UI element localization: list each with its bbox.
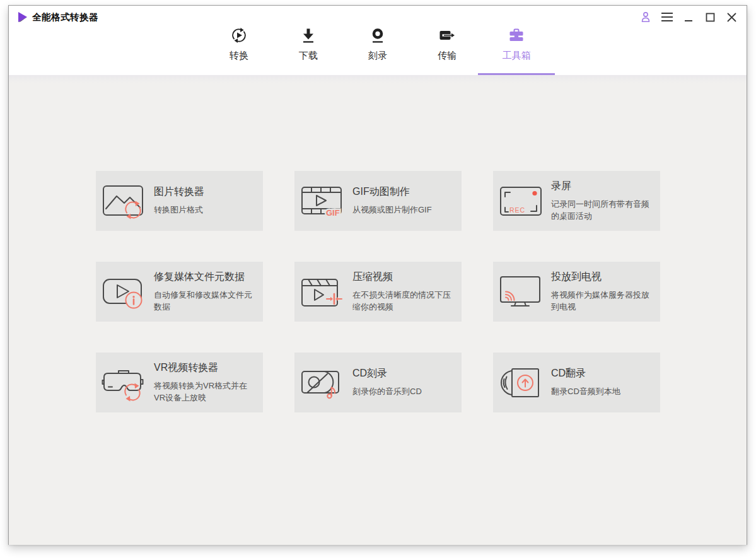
card-title: GIF动图制作 bbox=[352, 185, 457, 199]
close-button[interactable] bbox=[725, 11, 738, 23]
card-title: CD刻录 bbox=[352, 367, 457, 380]
tab-toolbox-label: 工具箱 bbox=[503, 50, 531, 62]
main-nav: 转换 下载 bbox=[9, 26, 747, 75]
cd-burn-icon bbox=[299, 364, 347, 402]
card-desc: 转换图片格式 bbox=[154, 204, 258, 216]
card-cd-burn[interactable]: CD刻录 刻录你的音乐到CD bbox=[294, 353, 462, 412]
card-desc: 翻录CD音频到本地 bbox=[551, 386, 655, 398]
minimize-icon bbox=[684, 12, 693, 22]
cast-to-tv-icon bbox=[498, 273, 546, 311]
burn-icon bbox=[369, 27, 387, 45]
maximize-button[interactable] bbox=[704, 11, 716, 23]
card-title: 录屏 bbox=[551, 180, 655, 193]
card-desc: 将视频转换为VR格式并在VR设备上放映 bbox=[154, 380, 258, 404]
tab-transfer[interactable]: 传输 bbox=[412, 26, 482, 75]
card-metadata-fixer[interactable]: 修复媒体文件元数据 自动修复和修改媒体文件元数据 bbox=[96, 262, 263, 322]
card-desc: 刻录你的音乐到CD bbox=[352, 386, 457, 398]
card-title: 修复媒体文件元数据 bbox=[154, 271, 258, 284]
card-title: 投放到电视 bbox=[551, 271, 655, 284]
toolbox-panel: 图片转换器 转换图片格式 bbox=[9, 75, 747, 545]
window-controls bbox=[639, 9, 738, 25]
vr-converter-icon bbox=[101, 364, 149, 402]
card-desc: 自动修复和修改媒体文件元数据 bbox=[154, 289, 258, 313]
hamburger-icon bbox=[661, 12, 673, 22]
app-title: 全能格式转换器 bbox=[32, 11, 98, 23]
card-vr-converter[interactable]: VR视频转换器 将视频转换为VR格式并在VR设备上放映 bbox=[96, 353, 263, 412]
card-desc: 从视频或图片制作GIF bbox=[352, 204, 457, 216]
card-title: 图片转换器 bbox=[154, 185, 258, 199]
card-desc: 记录同一时间所有带有音频的桌面活动 bbox=[551, 199, 655, 223]
card-image-converter[interactable]: 图片转换器 转换图片格式 bbox=[96, 171, 263, 231]
header: 全能格式转换器 bbox=[9, 6, 747, 75]
video-compressor-icon bbox=[299, 273, 347, 311]
card-cast-to-tv[interactable]: 投放到电视 将视频作为媒体服务器投放到电视 bbox=[493, 262, 660, 322]
cd-rip-icon bbox=[498, 364, 546, 402]
tool-grid: 图片转换器 转换图片格式 bbox=[96, 171, 660, 412]
metadata-fixer-icon bbox=[101, 273, 149, 311]
tab-burn[interactable]: 刻录 bbox=[343, 26, 412, 75]
toolbox-icon bbox=[508, 27, 525, 45]
tab-download[interactable]: 下载 bbox=[274, 26, 343, 75]
menu-button[interactable] bbox=[661, 11, 673, 23]
card-title: 压缩视频 bbox=[352, 271, 457, 284]
tab-transfer-label: 传输 bbox=[438, 50, 457, 62]
card-desc: 将视频作为媒体服务器投放到电视 bbox=[551, 289, 655, 313]
app-window: 全能格式转换器 bbox=[8, 5, 747, 545]
account-button[interactable] bbox=[639, 11, 652, 23]
tab-download-label: 下载 bbox=[299, 50, 318, 62]
convert-icon bbox=[230, 27, 248, 45]
card-cd-rip[interactable]: CD翻录 翻录CD音频到本地 bbox=[493, 353, 660, 412]
card-screen-recorder[interactable]: REC 录屏 记录同一时间所有带有音频的桌面活动 bbox=[493, 171, 660, 231]
image-converter-icon bbox=[101, 182, 149, 220]
titlebar: 全能格式转换器 bbox=[9, 6, 747, 27]
download-icon bbox=[299, 27, 317, 45]
maximize-icon bbox=[706, 13, 715, 22]
tab-convert[interactable]: 转换 bbox=[204, 26, 274, 75]
svg-text:GIF: GIF bbox=[326, 208, 340, 218]
tab-convert-label: 转换 bbox=[230, 50, 248, 62]
tab-burn-label: 刻录 bbox=[368, 50, 387, 62]
card-title: VR视频转换器 bbox=[154, 361, 258, 375]
card-video-compressor[interactable]: 压缩视频 在不损失清晰度的情况下压缩你的视频 bbox=[294, 262, 462, 322]
screen-recorder-icon: REC bbox=[498, 182, 546, 220]
card-gif-maker[interactable]: GIF GIF动图制作 从视频或图片制作GIF bbox=[294, 171, 462, 231]
transfer-icon bbox=[438, 27, 456, 45]
tab-toolbox[interactable]: 工具箱 bbox=[482, 26, 551, 75]
svg-text:REC: REC bbox=[509, 206, 525, 214]
gif-maker-icon: GIF bbox=[299, 182, 347, 220]
app-logo-icon bbox=[17, 11, 28, 23]
close-icon bbox=[727, 13, 736, 22]
card-desc: 在不损失清晰度的情况下压缩你的视频 bbox=[352, 289, 457, 313]
minimize-button[interactable] bbox=[682, 11, 695, 23]
person-icon bbox=[641, 11, 651, 23]
card-title: CD翻录 bbox=[551, 367, 655, 380]
